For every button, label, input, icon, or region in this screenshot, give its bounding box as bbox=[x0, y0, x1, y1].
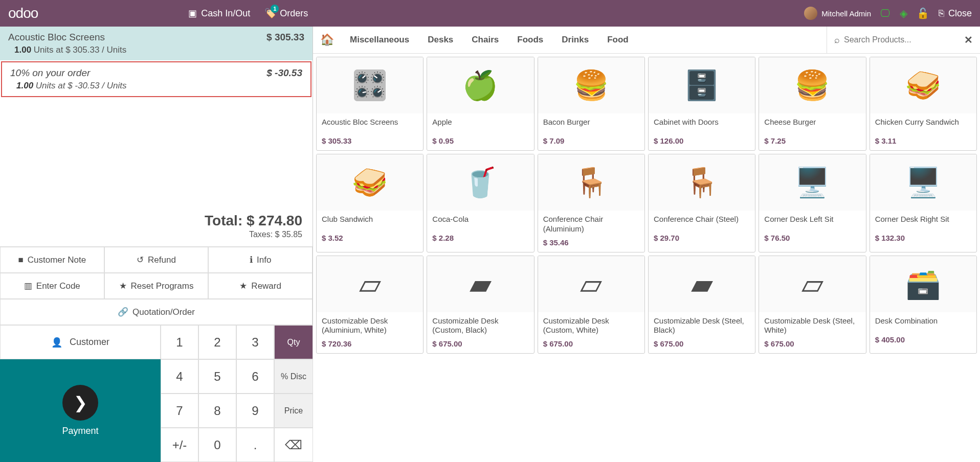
num-9[interactable]: 9 bbox=[236, 394, 274, 428]
num-1[interactable]: 1 bbox=[161, 325, 198, 359]
product-price: $ 0.95 bbox=[432, 136, 528, 145]
num-7[interactable]: 7 bbox=[161, 394, 198, 428]
taxes-value: $ 35.85 bbox=[275, 230, 302, 239]
product-price: $ 675.00 bbox=[432, 339, 528, 348]
product-image: 🪑 bbox=[538, 154, 644, 211]
clear-search-button[interactable]: ✕ bbox=[964, 34, 973, 46]
monitor-icon[interactable]: 🖵 bbox=[880, 8, 890, 19]
product-price: $ 675.00 bbox=[764, 339, 860, 348]
category-drinks[interactable]: Drinks bbox=[552, 35, 598, 45]
info-button[interactable]: ℹInfo bbox=[208, 247, 313, 273]
customer-button[interactable]: 👤Customer bbox=[0, 325, 161, 359]
star-icon: ★ bbox=[239, 281, 247, 291]
order-line[interactable]: Acoustic Bloc Screens$ 305.331.00 Units … bbox=[0, 27, 313, 60]
product-card[interactable]: 🪑Conference Chair (Steel)$ 29.70 bbox=[648, 154, 755, 252]
product-card[interactable]: 🥪Club Sandwich$ 3.52 bbox=[316, 154, 424, 252]
payment-button[interactable]: ❯ Payment bbox=[0, 359, 161, 462]
product-card[interactable]: 🎛️Acoustic Bloc Screens$ 305.33 bbox=[316, 57, 424, 151]
num-8[interactable]: 8 bbox=[198, 394, 236, 428]
product-card[interactable]: ▱Customizable Desk (Aluminium, White)$ 7… bbox=[316, 256, 424, 354]
order-line[interactable]: 10% on your order$ -30.531.00 Units at $… bbox=[1, 61, 311, 97]
refund-button[interactable]: ↺Refund bbox=[104, 247, 209, 273]
product-price: $ 305.33 bbox=[322, 136, 418, 145]
mode-disc[interactable]: % Disc bbox=[274, 359, 313, 394]
category-miscellaneous[interactable]: Miscellaneous bbox=[341, 35, 418, 45]
product-card[interactable]: 🗄️Cabinet with Doors$ 126.00 bbox=[648, 57, 755, 151]
num-6[interactable]: 6 bbox=[236, 359, 274, 394]
search-icon: ⌕ bbox=[834, 35, 840, 45]
quotation-label: Quotation/Order bbox=[132, 307, 195, 317]
wifi-icon[interactable]: ◈ bbox=[900, 7, 907, 19]
product-card[interactable]: 🍔Bacon Burger$ 7.09 bbox=[538, 57, 645, 151]
payment-label: Payment bbox=[62, 426, 98, 436]
num-3[interactable]: 3 bbox=[236, 325, 274, 359]
num-4[interactable]: 4 bbox=[161, 359, 198, 394]
product-image: 🗃️ bbox=[870, 256, 976, 312]
product-card[interactable]: 🥪Chicken Curry Sandwich$ 3.11 bbox=[870, 57, 977, 151]
product-card[interactable]: 🍔Cheese Burger$ 7.25 bbox=[759, 57, 866, 151]
product-card[interactable]: ▰Customizable Desk (Custom, Black)$ 675.… bbox=[427, 256, 534, 354]
orderline-qty: 1.00 bbox=[14, 45, 31, 55]
product-card[interactable]: 🖥️Corner Desk Right Sit$ 132.30 bbox=[870, 154, 977, 252]
orderline-unit-info: Units at $ 305.33 / Units bbox=[34, 45, 126, 55]
product-image: 🍔 bbox=[759, 57, 865, 113]
mode-price[interactable]: Price bbox=[274, 394, 313, 428]
num-plus-minus[interactable]: +/- bbox=[161, 428, 198, 462]
category-food[interactable]: Food bbox=[598, 35, 638, 45]
avatar bbox=[804, 7, 817, 20]
orders-button[interactable]: 🏷️1 Orders bbox=[257, 4, 315, 23]
user-chip[interactable]: Mitchell Admin bbox=[804, 7, 871, 20]
quotation-order-button[interactable]: 🔗Quotation/Order bbox=[0, 299, 313, 325]
category-desks[interactable]: Desks bbox=[418, 35, 462, 45]
product-card[interactable]: 🖥️Corner Desk Left Sit$ 76.50 bbox=[759, 154, 866, 252]
home-icon: 🏠 bbox=[320, 33, 334, 47]
num-dot[interactable]: . bbox=[236, 428, 274, 462]
product-image: ▱ bbox=[759, 256, 865, 312]
cash-icon: ▣ bbox=[188, 8, 197, 19]
product-name: Chicken Curry Sandwich bbox=[875, 118, 971, 127]
enter-code-button[interactable]: ▥Enter Code bbox=[0, 273, 104, 299]
product-name: Customizable Desk (Custom, Black) bbox=[432, 316, 528, 336]
total-value: $ 274.80 bbox=[247, 213, 302, 228]
orderline-price: $ -30.53 bbox=[266, 67, 302, 79]
num-5[interactable]: 5 bbox=[198, 359, 236, 394]
num-2[interactable]: 2 bbox=[198, 325, 236, 359]
product-price: $ 126.00 bbox=[654, 136, 750, 145]
product-card[interactable]: 🥤Coca-Cola$ 2.28 bbox=[427, 154, 534, 252]
num-0[interactable]: 0 bbox=[198, 428, 236, 462]
product-name: Bacon Burger bbox=[543, 118, 639, 127]
cash-in-out-button[interactable]: ▣ Cash In/Out bbox=[181, 4, 257, 23]
product-image: 🪑 bbox=[649, 154, 755, 211]
search-input[interactable] bbox=[844, 35, 964, 44]
product-card[interactable]: ▰Customizable Desk (Steel, Black)$ 675.0… bbox=[648, 256, 755, 354]
product-image: ▱ bbox=[538, 256, 644, 312]
reset-programs-button[interactable]: ★Reset Programs bbox=[104, 273, 209, 299]
order-summary: Total: $ 274.80 Taxes: $ 35.85 bbox=[0, 207, 313, 247]
reward-button[interactable]: ★Reward bbox=[208, 273, 313, 299]
unlock-icon[interactable]: 🔓 bbox=[917, 7, 929, 19]
product-card[interactable]: ▱Customizable Desk (Custom, White)$ 675.… bbox=[538, 256, 645, 354]
mode-qty[interactable]: Qty bbox=[274, 325, 313, 359]
product-card[interactable]: ▱Customizable Desk (Steel, White)$ 675.0… bbox=[759, 256, 866, 354]
info-label: Info bbox=[257, 255, 271, 265]
product-name: Conference Chair (Steel) bbox=[654, 215, 750, 224]
close-button[interactable]: ⎘ Close bbox=[939, 6, 972, 21]
product-image: ▰ bbox=[427, 256, 533, 312]
product-card[interactable]: 🗃️Desk Combination$ 405.00 bbox=[870, 256, 977, 354]
product-price: $ 3.11 bbox=[875, 136, 971, 145]
product-image: ▰ bbox=[649, 256, 755, 312]
product-name: Coca-Cola bbox=[432, 215, 528, 224]
category-chairs[interactable]: Chairs bbox=[462, 35, 508, 45]
orderline-price: $ 305.33 bbox=[266, 32, 304, 43]
backspace-button[interactable]: ⌫ bbox=[274, 428, 313, 462]
product-card[interactable]: 🪑Conference Chair (Aluminium)$ 35.46 bbox=[538, 154, 645, 252]
order-panel: Acoustic Bloc Screens$ 305.331.00 Units … bbox=[0, 27, 313, 462]
home-button[interactable]: 🏠 bbox=[313, 33, 341, 47]
cash-label: Cash In/Out bbox=[201, 8, 250, 19]
product-name: Customizable Desk (Steel, White) bbox=[764, 316, 860, 336]
star-icon: ★ bbox=[119, 281, 127, 291]
product-card[interactable]: 🍏Apple$ 0.95 bbox=[427, 57, 534, 151]
customer-note-button[interactable]: ■Customer Note bbox=[0, 247, 104, 273]
orders-badge: 1 bbox=[271, 5, 279, 13]
category-foods[interactable]: Foods bbox=[508, 35, 552, 45]
